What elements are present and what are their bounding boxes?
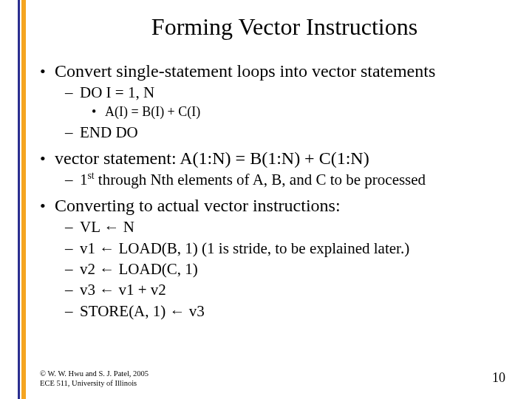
text-b: v1 + v2 bbox=[115, 281, 166, 299]
sub-elements-note: – 1st through Nth elements of A, B, and … bbox=[40, 169, 514, 190]
text-pre: 1 bbox=[80, 171, 88, 188]
slide-content: Forming Vector Instructions • Convert si… bbox=[40, 13, 514, 399]
bullet-text: v2 ← LOAD(C, 1) bbox=[80, 259, 198, 279]
bullet-text: DO I = 1, N bbox=[80, 82, 154, 103]
bullet-list: • Convert single-statement loops into ve… bbox=[40, 60, 514, 321]
dash-icon: – bbox=[65, 279, 80, 300]
sub-vl: – VL ← N bbox=[40, 216, 514, 237]
page-number: 10 bbox=[492, 370, 505, 386]
bullet-vector-statement: • vector statement: A(1:N) = B(1:N) + C(… bbox=[40, 147, 514, 169]
left-arrow-icon: ← bbox=[99, 281, 115, 299]
bullet-text: VL ← N bbox=[80, 216, 134, 237]
text-b: LOAD(C, 1) bbox=[115, 260, 198, 278]
dash-icon: – bbox=[65, 259, 80, 279]
bullet-dot-icon: • bbox=[40, 149, 55, 169]
bullet-dot-icon: • bbox=[92, 103, 105, 121]
footer-line-1: © W. W. Hwu and S. J. Patel, 2005 bbox=[40, 369, 149, 379]
text-sup: st bbox=[88, 170, 95, 181]
dash-icon: – bbox=[65, 82, 80, 103]
sub-assignment: • A(I) = B(I) + C(I) bbox=[40, 103, 514, 121]
bullet-text: v3 ← v1 + v2 bbox=[80, 279, 166, 300]
bullet-text: A(I) = B(I) + C(I) bbox=[105, 103, 200, 121]
dash-icon: – bbox=[65, 169, 80, 190]
accent-stripes bbox=[18, 0, 26, 399]
sub-v1-load: – v1 ← LOAD(B, 1) (1 is stride, to be ex… bbox=[40, 238, 514, 259]
bullet-dot-icon: • bbox=[40, 196, 55, 216]
bullet-text: vector statement: A(1:N) = B(1:N) + C(1:… bbox=[55, 147, 369, 169]
sub-store: – STORE(A, 1) ← v3 bbox=[40, 301, 514, 321]
text-a: VL bbox=[80, 218, 103, 236]
bullet-text: STORE(A, 1) ← v3 bbox=[80, 301, 205, 321]
sub-end-do: – END DO bbox=[40, 122, 514, 143]
text-a: v1 bbox=[80, 239, 99, 257]
text-a: v3 bbox=[80, 281, 99, 299]
left-arrow-icon: ← bbox=[103, 218, 119, 236]
stripe-orange bbox=[21, 0, 26, 399]
sub-v3-add: – v3 ← v1 + v2 bbox=[40, 279, 514, 300]
left-arrow-icon: ← bbox=[170, 302, 185, 320]
text-b: v3 bbox=[185, 302, 205, 320]
text-a: v2 bbox=[80, 260, 99, 278]
stripe-blue bbox=[18, 0, 20, 399]
bullet-convert-loops: • Convert single-statement loops into ve… bbox=[40, 60, 514, 82]
left-arrow-icon: ← bbox=[99, 260, 115, 278]
bullet-text: 1st through Nth elements of A, B, and C … bbox=[80, 169, 426, 190]
text-post: through Nth elements of A, B, and C to b… bbox=[95, 171, 426, 188]
dash-icon: – bbox=[65, 216, 80, 237]
dash-icon: – bbox=[65, 301, 80, 321]
sub-do-loop-start: – DO I = 1, N bbox=[40, 82, 514, 103]
bullet-text: v1 ← LOAD(B, 1) (1 is stride, to be expl… bbox=[80, 238, 409, 259]
left-arrow-icon: ← bbox=[99, 239, 115, 257]
text-b: N bbox=[119, 218, 134, 236]
bullet-converting: • Converting to actual vector instructio… bbox=[40, 194, 514, 216]
footer-copyright: © W. W. Hwu and S. J. Patel, 2005 ECE 51… bbox=[40, 369, 149, 389]
dash-icon: – bbox=[65, 122, 80, 143]
text-a: STORE(A, 1) bbox=[80, 302, 170, 320]
slide-title: Forming Vector Instructions bbox=[69, 13, 499, 41]
bullet-text: END DO bbox=[80, 122, 138, 143]
sub-v2-load: – v2 ← LOAD(C, 1) bbox=[40, 259, 514, 279]
footer-line-2: ECE 511, University of Illinois bbox=[40, 378, 149, 389]
dash-icon: – bbox=[65, 238, 80, 259]
bullet-dot-icon: • bbox=[40, 61, 55, 82]
bullet-text: Convert single-statement loops into vect… bbox=[55, 60, 435, 82]
bullet-text: Converting to actual vector instructions… bbox=[55, 194, 341, 216]
text-b: LOAD(B, 1) (1 is stride, to be explained… bbox=[115, 239, 409, 257]
